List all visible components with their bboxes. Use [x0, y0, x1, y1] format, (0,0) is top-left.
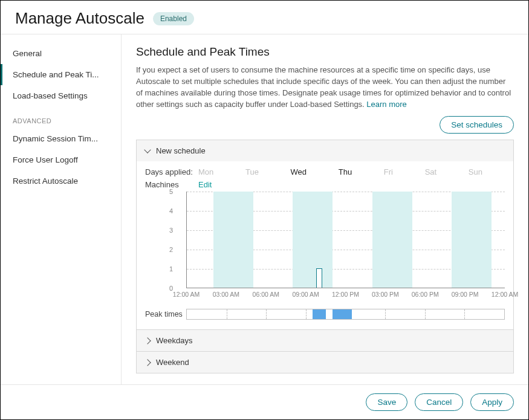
chevron-right-icon	[144, 337, 151, 344]
sidebar-heading-advanced: ADVANCED	[1, 106, 121, 128]
x-tick: 12:00 PM	[332, 291, 359, 298]
day-thu: Thu	[339, 167, 352, 176]
y-tick: 2	[169, 246, 173, 253]
schedule-panel-weekdays: Weekdays	[136, 329, 514, 352]
peak-segment[interactable]	[333, 309, 352, 319]
x-tick: 06:00 AM	[253, 291, 279, 298]
x-tick: 06:00 PM	[412, 291, 439, 298]
sidebar: General Schedule and Peak Ti... Load-bas…	[1, 34, 122, 384]
sidebar-item-dynamic-session[interactable]: Dynamic Session Tim...	[1, 128, 121, 149]
set-schedules-button[interactable]: Set schedules	[440, 116, 514, 134]
sidebar-item-load[interactable]: Load-based Settings	[1, 85, 121, 106]
learn-more-link[interactable]: Learn more	[366, 100, 406, 109]
sidebar-item-restrict[interactable]: Restrict Autoscale	[1, 170, 121, 192]
section-description: If you expect a set of users to consume …	[136, 65, 514, 110]
save-button[interactable]: Save	[366, 393, 407, 411]
peak-times-label: Peak times	[145, 310, 186, 318]
day-sat: Sat	[425, 167, 437, 176]
day-fri: Fri	[384, 167, 393, 176]
description-text: If you expect a set of users to consume …	[136, 65, 511, 109]
schedule-weekdays-label: Weekdays	[156, 336, 192, 345]
chevron-right-icon	[144, 359, 151, 366]
y-tick: 4	[169, 207, 173, 215]
schedule-panel-weekend-header[interactable]: Weekend	[137, 352, 513, 373]
x-tick: 09:00 PM	[452, 291, 479, 298]
main-content: Schedule and Peak Times If you expect a …	[122, 34, 528, 384]
chart-bar	[316, 268, 322, 288]
schedule-panel-header[interactable]: New schedule	[137, 140, 513, 161]
footer: Save Cancel Apply	[1, 384, 528, 419]
day-sun: Sun	[469, 167, 482, 176]
peak-segment[interactable]	[313, 309, 326, 319]
x-tick: 03:00 AM	[213, 291, 239, 298]
edit-machines-link[interactable]: Edit	[198, 180, 212, 189]
sidebar-item-force-logoff[interactable]: Force User Logoff	[1, 149, 121, 170]
apply-button[interactable]: Apply	[470, 393, 514, 411]
page-title: Manage Autoscale	[15, 9, 144, 28]
machines-chart: 012345 12:00 AM03:00 AM06:00 AM09:00 AM1…	[186, 192, 505, 293]
x-tick: 12:00 AM	[492, 291, 518, 298]
day-mon: Mon	[198, 167, 213, 176]
day-wed: Wed	[291, 167, 307, 176]
schedule-panel-weekdays-header[interactable]: Weekdays	[137, 330, 513, 351]
day-tue: Tue	[245, 167, 259, 176]
days-list: Mon Tue Wed Thu Fri Sat Sun	[198, 167, 482, 176]
schedule-weekend-label: Weekend	[156, 358, 189, 367]
x-tick: 09:00 AM	[292, 291, 319, 298]
days-applied-label: Days applied:	[145, 167, 198, 176]
schedule-panel-weekend: Weekend	[136, 351, 514, 373]
cancel-button[interactable]: Cancel	[415, 393, 463, 411]
peak-times-bar[interactable]	[186, 309, 505, 320]
sidebar-item-schedule[interactable]: Schedule and Peak Ti...	[1, 64, 121, 85]
schedule-name: New schedule	[156, 146, 206, 155]
x-tick: 03:00 PM	[372, 291, 399, 298]
x-tick: 12:00 AM	[173, 291, 200, 298]
schedule-panel-new: New schedule Days applied: Mon Tue Wed T…	[136, 140, 514, 330]
sidebar-item-general[interactable]: General	[1, 43, 121, 64]
status-badge: Enabled	[153, 12, 194, 25]
y-tick: 3	[169, 227, 173, 234]
header: Manage Autoscale Enabled	[1, 1, 528, 34]
y-tick: 5	[169, 188, 173, 195]
chevron-down-icon	[144, 147, 151, 153]
section-title: Schedule and Peak Times	[136, 45, 514, 59]
y-tick: 1	[169, 265, 173, 273]
